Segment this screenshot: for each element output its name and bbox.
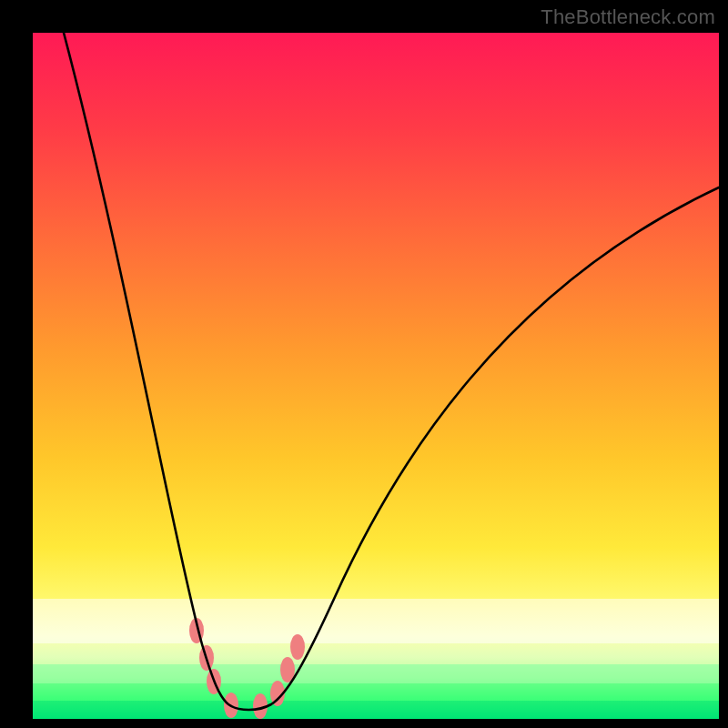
plot-area [33,33,719,719]
curve-marker [290,634,305,660]
marker-group [189,618,305,719]
curve-layer [33,33,719,719]
outer-frame: TheBottleneck.com [0,0,728,728]
watermark-text: TheBottleneck.com [541,5,715,29]
bottleneck-curve [64,33,719,710]
